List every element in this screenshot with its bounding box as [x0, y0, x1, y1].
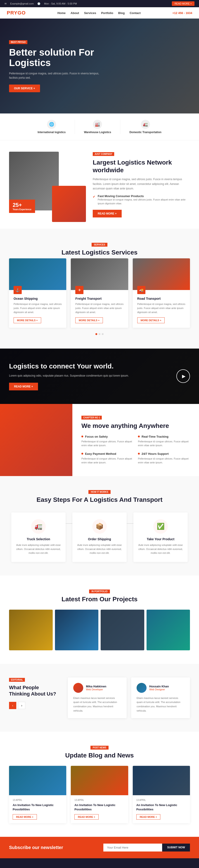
- step-connector-1: [65, 523, 73, 524]
- footer: PRYGO Pellentesque id congue magna, sed …: [0, 858, 199, 868]
- feature-safety-title: Focus on Safety: [81, 435, 134, 438]
- blog-link-1[interactable]: READ MORE +: [75, 814, 98, 819]
- about-images: 25+ Years Experience: [9, 152, 86, 217]
- blog-meta-0: 13 APRIL: [13, 799, 63, 801]
- testimonials-section: EDITORIAL What People Thinking About Us?…: [0, 664, 199, 732]
- blog-post-title-1: An Invitation To New Logistic Possibilit…: [75, 803, 124, 811]
- about-read-more-button[interactable]: READ MORE +: [93, 210, 122, 217]
- feature-payment-desc: Pellentesque id congue ultrices. Fusce a…: [81, 457, 134, 465]
- blog-post-title-2: An Invitation To New Logistic Possibilit…: [136, 803, 186, 811]
- nav-portfolio[interactable]: Portfolio: [101, 11, 113, 15]
- nav-blog[interactable]: Blog: [118, 11, 125, 15]
- service-link-road[interactable]: MORE DETAILS +: [137, 317, 165, 323]
- service-link-ocean[interactable]: MORE DETAILS +: [13, 317, 41, 323]
- play-button[interactable]: ▶: [176, 369, 190, 383]
- blog-meta-2: 13 APRIL: [136, 799, 186, 801]
- portfolio-item-1[interactable]: [9, 610, 53, 650]
- feature-payment: Easy Payment Method Pellentesque id cong…: [81, 452, 134, 465]
- testi-role-0: Web Developer: [86, 688, 106, 691]
- warehouse-icon: 🏭: [93, 120, 102, 129]
- service-link-freight[interactable]: MORE DETAILS +: [75, 317, 103, 323]
- experience-label: Years Experience: [13, 208, 31, 211]
- move-section: CHAPTER NO 1 We move anything Anywhere F…: [0, 404, 199, 476]
- nav-home[interactable]: Home: [57, 11, 65, 15]
- portfolio-section: IN PORTFOLIO Latest From Our Projects: [0, 576, 199, 664]
- blog-body-0: 13 APRIL An Invitation To New Logistic P…: [9, 795, 66, 823]
- clock-icon: 🕐: [37, 2, 40, 5]
- international-label: International logistics: [37, 131, 65, 134]
- testi-text-1: Etiam maximus lacus laoreet services qua…: [137, 696, 184, 713]
- top-bar-left: ✉ Example@gmail.com 🕐 Mon - Sat, 9:00 AM…: [4, 2, 77, 5]
- dot-1[interactable]: [95, 333, 97, 335]
- blog-image-1: [71, 766, 128, 795]
- testimonials-cards: Mika Hakkinen Web Developer Etiam maximu…: [68, 677, 190, 718]
- feature-dot-payment: [81, 453, 83, 455]
- feature-payment-title: Easy Payment Method: [81, 452, 134, 456]
- service-title-road: Road Transport: [137, 297, 186, 301]
- service-desc-ocean: Pellentesque id congue magna, sed ultric…: [13, 302, 62, 314]
- top-read-more-button[interactable]: READ MORE +: [172, 1, 195, 6]
- newsletter-email-input[interactable]: [103, 844, 162, 851]
- nav-contact[interactable]: Contact: [130, 11, 140, 15]
- blog-badge: POST NEWS: [90, 746, 109, 749]
- service-card-freight: ✈ Freight Transport Pellentesque id cong…: [71, 258, 128, 328]
- testi-nav: ‹ ›: [9, 702, 59, 709]
- about-badge: JUST COMPANY: [93, 152, 114, 156]
- logo: PRYGO: [7, 10, 26, 16]
- testi-badge: EDITORIAL: [9, 678, 25, 682]
- move-title: We move anything Anywhere: [81, 422, 190, 430]
- nav-services[interactable]: Services: [84, 11, 96, 15]
- portfolio-item-3[interactable]: [101, 610, 144, 650]
- dot-2[interactable]: [98, 333, 101, 335]
- service-card-road: 🚚 Road Transport Pellentesque id congue …: [133, 258, 190, 328]
- service-desc-freight: Pellentesque id congue magna, sed ultric…: [75, 302, 123, 314]
- banner-description: Lorem quis adipiscing odio, vulputate pl…: [9, 373, 167, 378]
- feature-dot-safety: [81, 436, 83, 437]
- testi-role-1: Web Designer: [149, 688, 169, 691]
- blog-link-0[interactable]: READ MORE +: [13, 814, 37, 819]
- play-icon: ▶: [182, 373, 186, 379]
- service-bar-item-domestic: 🚛 Domestic Transportation: [120, 120, 170, 134]
- about-description: Pellentesque id congue magna, sed ultric…: [93, 177, 190, 191]
- hero-cta-button[interactable]: OUR SERVICE +: [9, 85, 40, 92]
- blog-link-2[interactable]: READ MORE +: [136, 814, 161, 819]
- dot-3[interactable]: [102, 333, 104, 335]
- portfolio-badge: IN PORTFOLIO: [89, 590, 110, 593]
- testi-prev-button[interactable]: ‹: [9, 702, 16, 709]
- service-title-freight: Freight Transport: [75, 297, 123, 301]
- steps-title: Easy Steps For A Logistics And Transport: [9, 496, 190, 503]
- domestic-icon: 🚛: [141, 120, 150, 129]
- services-bar: 🌐 International logistics 🏭 Warehouse Lo…: [0, 114, 199, 141]
- step-card-order: 📦 Order Shipping Aute irure adipiscing v…: [73, 513, 126, 562]
- banner-read-more-button[interactable]: READ MORE +: [9, 383, 38, 391]
- testimonials-left: EDITORIAL What People Thinking About Us?…: [9, 677, 59, 709]
- about-content: JUST COMPANY Largest Logistics Network w…: [86, 152, 190, 217]
- newsletter-submit-button[interactable]: SUBMIT NOW: [162, 844, 190, 851]
- blog-body-1: 13 APRIL An Invitation To New Logistic P…: [71, 795, 128, 823]
- step-card-truck: 🚛 Truck Selection Aute irure adipiscing …: [11, 513, 65, 562]
- portfolio-item-4[interactable]: [146, 610, 190, 650]
- top-bar-right: READ MORE +: [172, 1, 195, 6]
- blog-body-2: 13 APRIL An Invitation To New Logistic P…: [133, 795, 190, 823]
- hero-section: BEST PRYGO Better solution For Logistics…: [0, 19, 199, 114]
- service-body-road: Road Transport Pellentesque id congue ma…: [133, 290, 190, 328]
- steps-title-wrap: HOW IT WORKS Easy Steps For A Logistics …: [9, 490, 190, 503]
- testi-next-button[interactable]: ›: [18, 702, 25, 709]
- domestic-label: Domestic Transportation: [130, 131, 161, 134]
- latest-services-section: SERVICES Latest Logistics Services ⚓ Oce…: [0, 229, 199, 348]
- blog-meta-1: 13 APRIL: [75, 799, 124, 801]
- hours-text: Mon - Sat, 9:00 AM - 5:00 PM: [44, 2, 77, 5]
- nav-about[interactable]: About: [70, 11, 79, 15]
- testi-card-0: Mika Hakkinen Web Developer Etiam maximu…: [68, 677, 126, 718]
- portfolio-grid: [9, 610, 190, 650]
- feature-support-desc: Pellentesque id congue ultrices. Fusce a…: [138, 457, 190, 465]
- service-body-freight: Freight Transport Pellentesque id congue…: [71, 290, 128, 328]
- portfolio-item-2[interactable]: [55, 610, 98, 650]
- blog-post-title-0: An Invitation To New Logistic Possibilit…: [13, 803, 63, 811]
- order-step-icon: 📦: [92, 519, 107, 534]
- blog-title: Update Blog and News: [9, 752, 190, 759]
- navbar: PRYGO Home About Services Portfolio Blog…: [0, 7, 199, 19]
- blog-grid: 13 APRIL An Invitation To New Logistic P…: [9, 766, 190, 823]
- freight-icon-badge: ✈: [75, 286, 83, 294]
- step-title-order: Order Shipping: [77, 537, 122, 541]
